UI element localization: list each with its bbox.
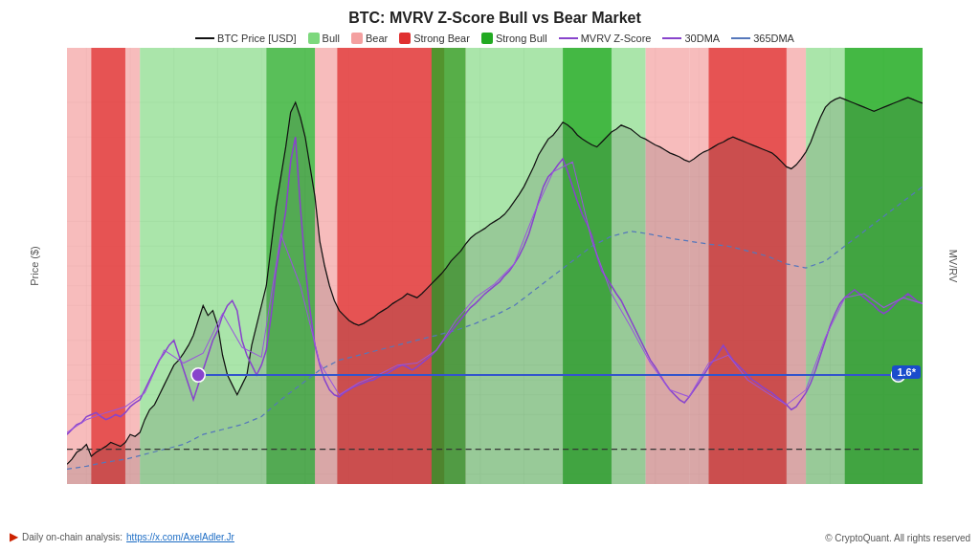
legend-bull: Bull [308,33,340,44]
y-axis-right-label: MV/RV [948,250,960,283]
chart-title: BTC: MVRV Z-Score Bull vs Bear Market [67,10,923,27]
legend-label-bear: Bear [366,33,388,44]
daily-label: Daily on-chain analysis: [22,532,122,542]
legend-label-bull: Bull [323,33,340,44]
legend-label-365dma: 365DMA [753,33,794,44]
legend-label-strong-bear: Strong Bear [413,33,470,44]
bottom-left: ▶ Daily on-chain analysis: https://x.com… [10,530,234,543]
legend-label-30dma: 30DMA [684,33,720,44]
arrow-icon: ▶ [10,530,18,543]
legend-box-strong-bull [481,33,493,44]
legend-label-btc: BTC Price [USD] [217,33,297,44]
analysis-link[interactable]: https://x.com/AxelAdler.Jr [126,532,234,542]
legend-line-365dma [731,37,750,39]
legend-line-30dma [662,37,681,39]
legend-line-btc [195,37,214,39]
legend-btc-price: BTC Price [USD] [195,33,297,44]
legend-box-strong-bear [399,33,411,44]
legend-line-mvrv [559,37,578,39]
legend-365dma: 365DMA [731,33,794,44]
y-axis-left-label: Price ($) [29,246,40,286]
legend-label-strong-bull: Strong Bull [496,33,547,44]
legend-mvrv: MVRV Z-Score [559,33,652,44]
copyright: © CryptoQuant. All rights reserved [825,533,970,543]
legend-box-bear [351,33,363,44]
legend: BTC Price [USD] Bull Bear Strong Bear St… [67,33,923,44]
legend-label-mvrv: MVRV Z-Score [581,33,652,44]
bottom-info: ▶ Daily on-chain analysis: https://x.com… [0,530,980,543]
left-dot [191,368,205,383]
chart-container: BTC: MVRV Z-Score Bull vs Bear Market BT… [0,0,980,551]
legend-box-bull [308,33,320,44]
legend-strong-bull: Strong Bull [481,33,547,44]
legend-strong-bear: Strong Bear [399,33,470,44]
legend-bear: Bear [351,33,388,44]
main-chart-svg: 80K 60K 40K 20K 10K 8K 6K 4K 2K 1K 800 6… [67,48,923,484]
mvrv-badge: 1.6* [892,365,921,379]
chart-area: Price ($) MV/RV [67,48,923,484]
legend-30dma: 30DMA [662,33,720,44]
